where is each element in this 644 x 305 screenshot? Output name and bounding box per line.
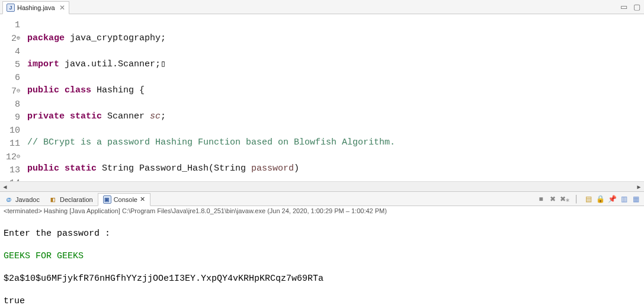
line-number: 4 xyxy=(0,46,20,59)
console-output[interactable]: Enter the password : GEEKS FOR GEEKS $2a… xyxy=(0,216,644,305)
horizontal-scrollbar[interactable]: ◄ ► xyxy=(0,181,644,191)
line-number: 13 xyxy=(0,164,20,177)
editor-tab-bar: J Hashing.java ✕ ▭ ▢ xyxy=(0,0,644,14)
editor-tab-hashing[interactable]: J Hashing.java ✕ xyxy=(2,1,69,14)
maximize-button[interactable]: ▢ xyxy=(632,3,642,11)
console-line: true xyxy=(4,296,640,305)
display-selected-button[interactable]: ▥ xyxy=(619,194,629,204)
line-number: 12 xyxy=(6,152,17,162)
tab-console[interactable]: ▣ Console ✕ xyxy=(98,193,150,206)
console-line: $2a$10$u6MFjykfR76nHGfhYYzjjOOe1I3EY.Yxp… xyxy=(4,273,640,284)
tab-label: Javadoc xyxy=(15,196,40,203)
tab-label: Console xyxy=(114,196,137,203)
minimize-button[interactable]: ▭ xyxy=(619,3,629,11)
tab-javadoc[interactable]: @ Javadoc xyxy=(0,193,44,206)
line-number: 10 xyxy=(0,124,20,137)
fold-expand-icon[interactable]: ⊕ xyxy=(17,32,20,45)
line-number: 7 xyxy=(11,86,17,97)
console-icon: ▣ xyxy=(103,195,111,204)
line-number: 8 xyxy=(0,98,20,111)
bottom-view-tabs: @ Javadoc ◧ Declaration ▣ Console ✕ ■ ✖ … xyxy=(0,192,644,206)
code-area[interactable]: package java_cryptography; import java.u… xyxy=(24,14,644,181)
java-file-icon: J xyxy=(7,4,15,12)
scroll-right-icon[interactable]: ► xyxy=(634,182,644,191)
console-toolbar: ■ ✖ ✖⁎ │ ▤ 🔒 📌 ▥ ▦ xyxy=(536,194,640,204)
fold-collapse-icon[interactable]: ⊖ xyxy=(17,150,20,163)
open-console-button[interactable]: ▦ xyxy=(631,194,640,204)
fold-collapse-icon[interactable]: ⊖ xyxy=(17,85,20,98)
declaration-icon: ◧ xyxy=(49,195,57,204)
close-icon[interactable]: ✕ xyxy=(140,195,145,203)
tab-label: Declaration xyxy=(60,196,93,203)
scroll-left-icon[interactable]: ◄ xyxy=(0,182,10,191)
remove-launch-button[interactable]: ✖ xyxy=(548,194,558,204)
scroll-lock-button[interactable]: 🔒 xyxy=(595,194,605,204)
line-number: 14 xyxy=(0,177,20,181)
line-number: 5 xyxy=(0,59,20,72)
stop-button[interactable]: ■ xyxy=(536,194,546,204)
console-status: <terminated> Hashing [Java Application] … xyxy=(0,206,644,216)
close-icon[interactable]: ✕ xyxy=(59,4,65,12)
pin-console-button[interactable]: 📌 xyxy=(607,194,617,204)
line-number: 11 xyxy=(0,137,20,150)
line-number: 1 xyxy=(0,19,20,32)
console-line-input: GEEKS FOR GEEKS xyxy=(4,251,640,262)
separator: │ xyxy=(572,194,581,204)
remove-all-button[interactable]: ✖⁎ xyxy=(560,194,569,204)
tab-declaration[interactable]: ◧ Declaration xyxy=(44,193,98,206)
line-number: 6 xyxy=(0,72,20,85)
javadoc-icon: @ xyxy=(5,195,13,204)
clear-console-button[interactable]: ▤ xyxy=(584,194,593,204)
line-number: 9 xyxy=(0,111,20,124)
code-editor: 1 2⊕ 4 5 6 7⊖ 8 9 10 11 12⊖ 13 14 packag… xyxy=(0,14,644,192)
tab-label: Hashing.java xyxy=(17,4,55,11)
console-line: Enter the password : xyxy=(4,228,640,239)
line-number: 2 xyxy=(11,34,17,44)
line-gutter: 1 2⊕ 4 5 6 7⊖ 8 9 10 11 12⊖ 13 14 xyxy=(0,14,24,181)
